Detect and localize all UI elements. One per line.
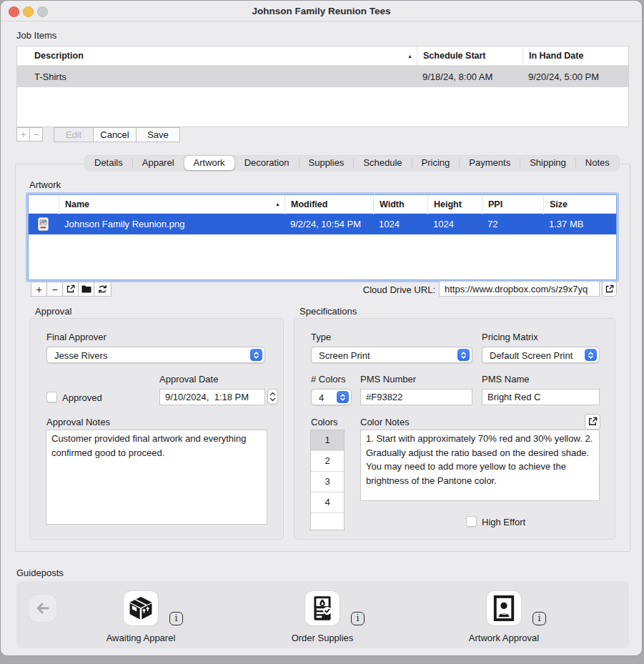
window-title: Johnson Family Reunion Tees [1, 1, 642, 21]
final-approver-select[interactable]: Jesse Rivers [46, 347, 265, 363]
plus-icon: + [20, 129, 26, 140]
job-items-table: Description ▲ Schedule Start In Hand Dat… [16, 46, 629, 127]
final-approver-label: Final Approver [46, 332, 106, 342]
artwork-col-ppi[interactable]: PPI [482, 195, 543, 214]
stepper-up-down-icon [269, 391, 276, 402]
tab-pricing[interactable]: Pricing [412, 156, 460, 170]
artwork-approval-info-icon[interactable]: i [532, 612, 546, 625]
tab-details[interactable]: Details [85, 156, 132, 170]
supplies-invoice-icon [309, 595, 335, 621]
artwork-add-button[interactable]: + [31, 282, 47, 297]
title-bar[interactable]: Johnson Family Reunion Tees [1, 1, 642, 21]
artwork-folder-button[interactable] [78, 282, 94, 297]
guidepost-order-supplies-button[interactable] [305, 591, 340, 625]
num-colors-value: 4 [319, 390, 324, 406]
color-notes-open-button[interactable] [585, 414, 600, 430]
type-value: Screen Print [319, 347, 370, 364]
pms-name-input[interactable] [482, 389, 600, 405]
sort-ascending-icon: ▲ [407, 46, 412, 66]
high-effort-checkbox[interactable] [466, 516, 477, 527]
job-edit-button[interactable]: Edit [54, 127, 94, 142]
cloud-drive-open-button[interactable] [602, 281, 617, 297]
color-item-4[interactable]: 4 [311, 492, 344, 513]
sort-ascending-icon: ▲ [275, 195, 280, 214]
chevron-up-down-icon [337, 391, 349, 403]
refresh-icon [97, 284, 108, 294]
artwork-refresh-button[interactable] [94, 282, 112, 297]
color-item-3[interactable]: 3 [311, 472, 344, 492]
num-colors-label: # Colors [311, 374, 345, 385]
artwork-col-width[interactable]: Width [373, 195, 427, 214]
color-notes-textarea[interactable]: 1. Start with approximately 70% red and … [360, 430, 600, 501]
png-file-icon [29, 217, 59, 231]
job-items-col-in-hand-date[interactable]: In Hand Date [522, 46, 628, 66]
color-item-1[interactable]: 1 [311, 430, 344, 451]
tab-artwork[interactable]: Artwork [184, 156, 234, 170]
approval-notes-textarea[interactable]: Customer provided final artwork and ever… [46, 430, 267, 525]
app-window: Johnson Family Reunion Tees Job Items De… [0, 0, 643, 656]
artwork-col-modified[interactable]: Modified [284, 195, 373, 214]
awaiting-apparel-info-icon[interactable]: i [169, 612, 183, 625]
cloud-drive-url-input[interactable] [439, 281, 600, 297]
specifications-section-label: Specifications [299, 306, 357, 317]
artwork-col-name[interactable]: Name ▲ [59, 195, 284, 214]
chevron-up-down-icon [585, 349, 597, 361]
final-approver-value: Jesse Rivers [54, 347, 107, 364]
pricing-matrix-label: Pricing Matrix [482, 332, 538, 342]
tab-bar: Details Apparel Artwork Decoration Suppl… [84, 155, 620, 171]
job-items-col-schedule-start[interactable]: Schedule Start [417, 46, 522, 66]
tab-payments[interactable]: Payments [460, 156, 520, 170]
pms-name-label: PMS Name [482, 374, 529, 385]
job-remove-button[interactable]: − [29, 127, 43, 142]
job-item-description: T-Shirts [17, 71, 417, 82]
job-add-button[interactable]: + [16, 127, 30, 142]
job-save-button[interactable]: Save [136, 127, 180, 142]
package-icon [128, 595, 154, 621]
num-colors-select[interactable]: 4 [311, 389, 352, 405]
guideposts-section-label: Guideposts [16, 568, 64, 578]
guidepost-artwork-approval-button[interactable] [487, 591, 521, 625]
type-label: Type [311, 332, 331, 342]
tab-apparel[interactable]: Apparel [133, 156, 184, 170]
open-external-icon [66, 284, 75, 294]
tab-shipping[interactable]: Shipping [520, 156, 575, 170]
approval-date-input[interactable] [159, 389, 265, 405]
artwork-row[interactable]: Johnson Family Reunion.png 9/2/24, 10:54… [29, 214, 616, 234]
minus-icon: − [33, 129, 39, 140]
colors-list-label: Colors [311, 417, 338, 427]
color-item-2[interactable]: 2 [311, 451, 344, 472]
plus-icon: + [36, 284, 41, 295]
job-item-schedule-start: 9/18/24, 8:00 AM [417, 71, 522, 82]
job-item-row[interactable]: T-Shirts 9/18/24, 8:00 AM 9/20/24, 5:00 … [17, 66, 628, 87]
chevron-up-down-icon [250, 349, 262, 361]
approval-date-stepper[interactable] [267, 389, 278, 405]
tab-notes[interactable]: Notes [576, 156, 619, 170]
high-effort-label: High Effort [482, 517, 525, 527]
job-item-in-hand-date: 9/20/24, 5:00 PM [522, 71, 628, 82]
guidepost-back-button[interactable] [29, 595, 56, 622]
artwork-width: 1024 [373, 219, 427, 229]
pricing-matrix-select[interactable]: Default Screen Print [482, 347, 600, 363]
job-cancel-button[interactable]: Cancel [93, 127, 137, 142]
artwork-open-external-button[interactable] [62, 282, 79, 297]
type-select[interactable]: Screen Print [311, 347, 472, 363]
open-external-icon [605, 284, 614, 294]
tab-supplies[interactable]: Supplies [299, 156, 354, 170]
job-items-header: Description ▲ Schedule Start In Hand Dat… [17, 46, 628, 66]
guidepost-awaiting-apparel-button[interactable] [124, 591, 158, 625]
artwork-col-height[interactable]: Height [427, 195, 482, 214]
artwork-height: 1024 [427, 219, 482, 229]
pms-number-input[interactable] [360, 389, 472, 405]
artwork-remove-button[interactable]: − [46, 282, 63, 297]
tab-decoration[interactable]: Decoration [235, 156, 299, 170]
order-supplies-info-icon[interactable]: i [351, 612, 365, 625]
job-items-col-description[interactable]: Description ▲ [17, 46, 417, 66]
approval-date-label: Approval Date [159, 374, 218, 385]
framed-portrait-icon [491, 595, 517, 621]
artwork-col-size[interactable]: Size [543, 195, 616, 214]
tab-schedule[interactable]: Schedule [354, 156, 411, 170]
approved-checkbox[interactable] [46, 392, 57, 402]
artwork-ppi: 72 [482, 219, 543, 229]
job-items-section-label: Job Items [16, 30, 56, 41]
chevron-up-down-icon [457, 349, 470, 361]
